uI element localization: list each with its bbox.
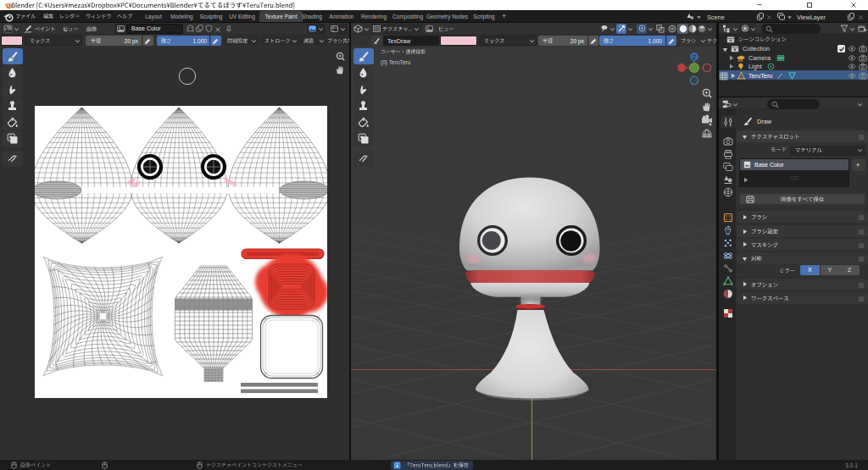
svg-text:Z: Z [693, 54, 697, 60]
